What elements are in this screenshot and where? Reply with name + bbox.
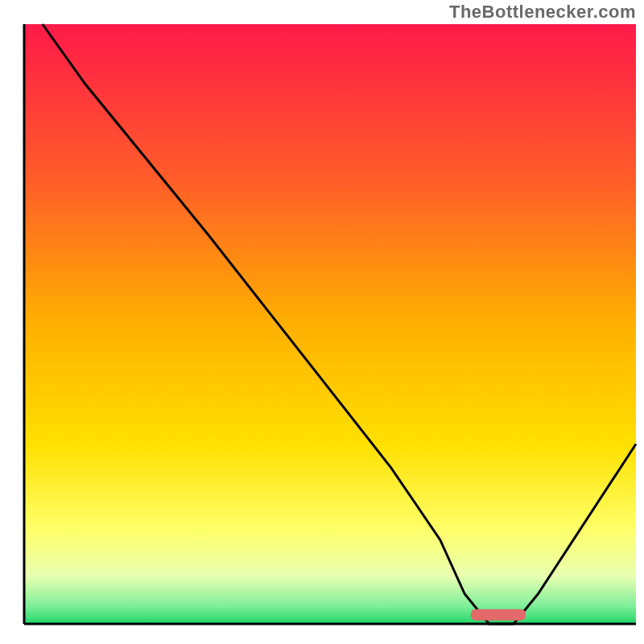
watermark-text: TheBottlenecker.com	[449, 2, 636, 23]
bottleneck-chart	[0, 0, 644, 644]
plot-background	[24, 24, 636, 624]
optimal-range-marker	[471, 609, 526, 621]
chart-root: TheBottlenecker.com	[0, 0, 644, 644]
